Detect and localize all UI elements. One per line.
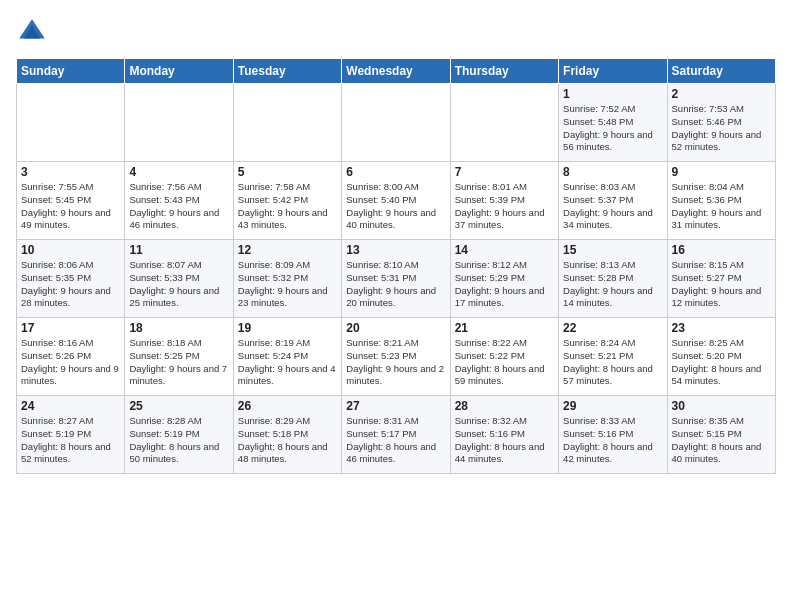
calendar-cell: 6Sunrise: 8:00 AM Sunset: 5:40 PM Daylig… [342,162,450,240]
calendar-cell: 27Sunrise: 8:31 AM Sunset: 5:17 PM Dayli… [342,396,450,474]
calendar-cell: 14Sunrise: 8:12 AM Sunset: 5:29 PM Dayli… [450,240,558,318]
calendar-week-row: 17Sunrise: 8:16 AM Sunset: 5:26 PM Dayli… [17,318,776,396]
calendar-cell [233,84,341,162]
day-number: 2 [672,87,771,101]
day-info: Sunrise: 7:53 AM Sunset: 5:46 PM Dayligh… [672,103,762,152]
day-info: Sunrise: 8:12 AM Sunset: 5:29 PM Dayligh… [455,259,545,308]
day-number: 22 [563,321,662,335]
day-info: Sunrise: 7:58 AM Sunset: 5:42 PM Dayligh… [238,181,328,230]
day-info: Sunrise: 8:32 AM Sunset: 5:16 PM Dayligh… [455,415,545,464]
day-info: Sunrise: 8:06 AM Sunset: 5:35 PM Dayligh… [21,259,111,308]
calendar-cell: 30Sunrise: 8:35 AM Sunset: 5:15 PM Dayli… [667,396,775,474]
calendar-cell: 10Sunrise: 8:06 AM Sunset: 5:35 PM Dayli… [17,240,125,318]
day-info: Sunrise: 8:35 AM Sunset: 5:15 PM Dayligh… [672,415,762,464]
day-number: 5 [238,165,337,179]
day-info: Sunrise: 8:00 AM Sunset: 5:40 PM Dayligh… [346,181,436,230]
day-number: 24 [21,399,120,413]
day-info: Sunrise: 8:16 AM Sunset: 5:26 PM Dayligh… [21,337,119,386]
calendar-cell: 29Sunrise: 8:33 AM Sunset: 5:16 PM Dayli… [559,396,667,474]
day-info: Sunrise: 8:29 AM Sunset: 5:18 PM Dayligh… [238,415,328,464]
calendar-cell: 9Sunrise: 8:04 AM Sunset: 5:36 PM Daylig… [667,162,775,240]
day-number: 19 [238,321,337,335]
calendar-week-row: 24Sunrise: 8:27 AM Sunset: 5:19 PM Dayli… [17,396,776,474]
calendar-cell [125,84,233,162]
calendar-cell: 7Sunrise: 8:01 AM Sunset: 5:39 PM Daylig… [450,162,558,240]
day-info: Sunrise: 8:33 AM Sunset: 5:16 PM Dayligh… [563,415,653,464]
calendar-cell: 28Sunrise: 8:32 AM Sunset: 5:16 PM Dayli… [450,396,558,474]
day-number: 3 [21,165,120,179]
day-info: Sunrise: 7:52 AM Sunset: 5:48 PM Dayligh… [563,103,653,152]
calendar-cell: 5Sunrise: 7:58 AM Sunset: 5:42 PM Daylig… [233,162,341,240]
day-info: Sunrise: 8:07 AM Sunset: 5:33 PM Dayligh… [129,259,219,308]
calendar-cell: 24Sunrise: 8:27 AM Sunset: 5:19 PM Dayli… [17,396,125,474]
day-number: 8 [563,165,662,179]
day-number: 11 [129,243,228,257]
day-number: 20 [346,321,445,335]
day-number: 30 [672,399,771,413]
header [16,16,776,48]
calendar-cell: 22Sunrise: 8:24 AM Sunset: 5:21 PM Dayli… [559,318,667,396]
day-info: Sunrise: 8:21 AM Sunset: 5:23 PM Dayligh… [346,337,444,386]
day-number: 25 [129,399,228,413]
calendar-cell: 17Sunrise: 8:16 AM Sunset: 5:26 PM Dayli… [17,318,125,396]
day-info: Sunrise: 8:24 AM Sunset: 5:21 PM Dayligh… [563,337,653,386]
day-info: Sunrise: 8:13 AM Sunset: 5:28 PM Dayligh… [563,259,653,308]
day-number: 16 [672,243,771,257]
day-number: 21 [455,321,554,335]
calendar-cell [342,84,450,162]
calendar-cell: 15Sunrise: 8:13 AM Sunset: 5:28 PM Dayli… [559,240,667,318]
calendar-cell: 4Sunrise: 7:56 AM Sunset: 5:43 PM Daylig… [125,162,233,240]
day-number: 18 [129,321,228,335]
calendar-cell: 13Sunrise: 8:10 AM Sunset: 5:31 PM Dayli… [342,240,450,318]
day-number: 10 [21,243,120,257]
day-info: Sunrise: 8:31 AM Sunset: 5:17 PM Dayligh… [346,415,436,464]
calendar-header-row: SundayMondayTuesdayWednesdayThursdayFrid… [17,59,776,84]
day-number: 13 [346,243,445,257]
calendar-cell: 2Sunrise: 7:53 AM Sunset: 5:46 PM Daylig… [667,84,775,162]
header-day-sunday: Sunday [17,59,125,84]
day-info: Sunrise: 8:03 AM Sunset: 5:37 PM Dayligh… [563,181,653,230]
calendar-cell: 12Sunrise: 8:09 AM Sunset: 5:32 PM Dayli… [233,240,341,318]
day-number: 15 [563,243,662,257]
logo-icon [16,16,48,48]
calendar-table: SundayMondayTuesdayWednesdayThursdayFrid… [16,58,776,474]
day-number: 26 [238,399,337,413]
calendar-cell: 26Sunrise: 8:29 AM Sunset: 5:18 PM Dayli… [233,396,341,474]
day-info: Sunrise: 8:25 AM Sunset: 5:20 PM Dayligh… [672,337,762,386]
header-day-friday: Friday [559,59,667,84]
calendar-cell: 1Sunrise: 7:52 AM Sunset: 5:48 PM Daylig… [559,84,667,162]
day-number: 9 [672,165,771,179]
calendar-cell: 23Sunrise: 8:25 AM Sunset: 5:20 PM Dayli… [667,318,775,396]
calendar-week-row: 1Sunrise: 7:52 AM Sunset: 5:48 PM Daylig… [17,84,776,162]
calendar-cell: 16Sunrise: 8:15 AM Sunset: 5:27 PM Dayli… [667,240,775,318]
day-number: 23 [672,321,771,335]
day-number: 14 [455,243,554,257]
calendar-cell: 25Sunrise: 8:28 AM Sunset: 5:19 PM Dayli… [125,396,233,474]
day-number: 28 [455,399,554,413]
calendar-cell: 20Sunrise: 8:21 AM Sunset: 5:23 PM Dayli… [342,318,450,396]
day-info: Sunrise: 8:10 AM Sunset: 5:31 PM Dayligh… [346,259,436,308]
day-info: Sunrise: 8:09 AM Sunset: 5:32 PM Dayligh… [238,259,328,308]
day-number: 1 [563,87,662,101]
day-info: Sunrise: 8:04 AM Sunset: 5:36 PM Dayligh… [672,181,762,230]
day-number: 27 [346,399,445,413]
day-info: Sunrise: 7:56 AM Sunset: 5:43 PM Dayligh… [129,181,219,230]
header-day-wednesday: Wednesday [342,59,450,84]
calendar-cell: 3Sunrise: 7:55 AM Sunset: 5:45 PM Daylig… [17,162,125,240]
day-info: Sunrise: 8:28 AM Sunset: 5:19 PM Dayligh… [129,415,219,464]
calendar-cell: 8Sunrise: 8:03 AM Sunset: 5:37 PM Daylig… [559,162,667,240]
calendar-cell: 19Sunrise: 8:19 AM Sunset: 5:24 PM Dayli… [233,318,341,396]
calendar-cell [450,84,558,162]
calendar-cell: 18Sunrise: 8:18 AM Sunset: 5:25 PM Dayli… [125,318,233,396]
calendar-week-row: 3Sunrise: 7:55 AM Sunset: 5:45 PM Daylig… [17,162,776,240]
calendar-cell: 21Sunrise: 8:22 AM Sunset: 5:22 PM Dayli… [450,318,558,396]
day-number: 17 [21,321,120,335]
day-info: Sunrise: 8:15 AM Sunset: 5:27 PM Dayligh… [672,259,762,308]
header-day-monday: Monday [125,59,233,84]
page-container: SundayMondayTuesdayWednesdayThursdayFrid… [0,0,792,484]
day-number: 4 [129,165,228,179]
day-info: Sunrise: 8:22 AM Sunset: 5:22 PM Dayligh… [455,337,545,386]
day-number: 29 [563,399,662,413]
header-day-tuesday: Tuesday [233,59,341,84]
logo [16,16,54,48]
